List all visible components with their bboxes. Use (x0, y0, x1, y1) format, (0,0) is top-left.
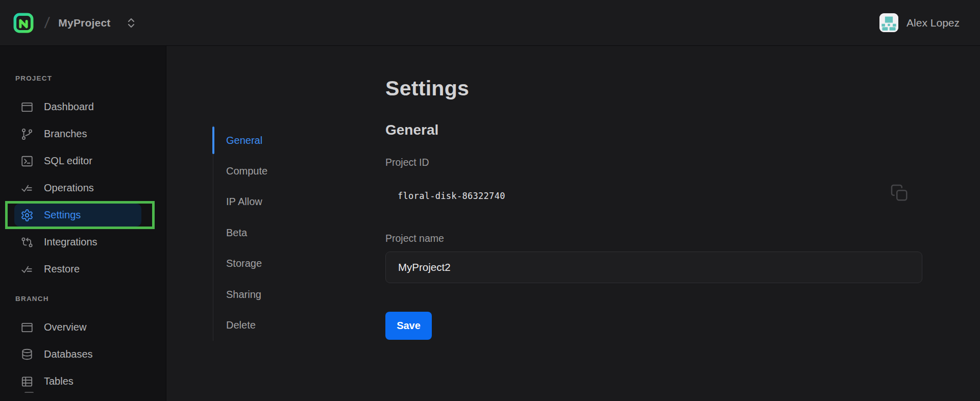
tab-label: Storage (226, 258, 262, 269)
sidebar-item-label: Tables (44, 375, 74, 387)
tab-label: Beta (226, 227, 247, 239)
sidebar-item-databases[interactable]: Databases (5, 341, 155, 368)
sidebar-item-label: Branches (44, 128, 87, 140)
settings-tab-compute[interactable]: Compute (213, 156, 288, 186)
breadcrumb-slash: / (44, 14, 51, 32)
sidebar-item-tables[interactable]: Tables (5, 368, 155, 395)
main-content: General Compute IP Allow Beta Storage Sh… (166, 46, 980, 401)
project-switcher[interactable]: MyProject (58, 16, 136, 30)
breadcrumb-project-name: MyProject (58, 17, 110, 29)
settings-tab-delete[interactable]: Delete (213, 310, 288, 340)
tab-label: Sharing (226, 289, 261, 300)
user-menu[interactable]: Alex Lopez (879, 13, 960, 32)
project-id-value: floral-disk-86322740 (385, 191, 505, 201)
settings-tab-general[interactable]: General (213, 125, 288, 156)
partial-sidebar-item-icon (24, 392, 34, 395)
operations-icon (20, 182, 34, 195)
project-name-label: Project name (385, 233, 922, 244)
save-button[interactable]: Save (385, 312, 432, 340)
top-header: / MyProject Alex Lopez (0, 0, 980, 46)
settings-tab-sharing[interactable]: Sharing (213, 279, 288, 310)
sidebar-item-sql-editor[interactable]: SQL editor (5, 147, 155, 174)
tab-label: Delete (226, 319, 256, 331)
project-id-label: Project ID (385, 157, 922, 168)
tab-label: General (226, 135, 262, 146)
sidebar-section-project: PROJECT (0, 74, 166, 82)
sql-editor-icon (20, 155, 34, 168)
sidebar-section-branch: BRANCH (0, 295, 166, 303)
avatar (879, 13, 898, 32)
project-id-row: floral-disk-86322740 (385, 186, 922, 206)
dashboard-icon (20, 101, 34, 114)
sidebar-item-settings[interactable]: Settings (5, 202, 155, 229)
settings-gear-icon (20, 209, 34, 222)
tables-icon (20, 375, 34, 388)
user-name: Alex Lopez (906, 17, 960, 29)
branches-icon (20, 128, 34, 141)
databases-icon (20, 348, 34, 361)
overview-icon (20, 321, 34, 334)
sidebar-item-label: Databases (44, 348, 93, 360)
sidebar-item-label: Restore (44, 263, 80, 275)
sidebar-item-dashboard[interactable]: Dashboard (5, 93, 155, 120)
project-name-input[interactable] (385, 252, 922, 283)
sidebar-item-branches[interactable]: Branches (5, 120, 155, 147)
chevron-up-down-icon (126, 16, 136, 30)
restore-icon (20, 263, 34, 276)
sidebar-item-restore[interactable]: Restore (5, 256, 155, 283)
copy-icon[interactable] (889, 183, 910, 203)
sidebar-item-label: Overview (44, 321, 86, 333)
sidebar-item-overview[interactable]: Overview (5, 314, 155, 341)
settings-tab-ip-allow[interactable]: IP Allow (213, 187, 288, 217)
sidebar: PROJECT Dashboard Branches (0, 46, 166, 401)
settings-subnav: General Compute IP Allow Beta Storage Sh… (213, 125, 288, 341)
sidebar-item-label: SQL editor (44, 155, 92, 167)
sidebar-item-label: Settings (44, 209, 81, 221)
integrations-icon (20, 236, 34, 249)
sidebar-item-label: Integrations (44, 236, 97, 248)
sidebar-item-label: Operations (44, 182, 94, 194)
neon-logo-icon[interactable] (13, 13, 34, 33)
settings-tab-storage[interactable]: Storage (213, 248, 288, 279)
sidebar-item-integrations[interactable]: Integrations (5, 229, 155, 256)
sidebar-item-operations[interactable]: Operations (5, 174, 155, 202)
section-title-general: General (385, 122, 922, 138)
settings-tab-beta[interactable]: Beta (213, 217, 288, 248)
tab-label: IP Allow (226, 196, 262, 208)
tab-label: Compute (226, 165, 267, 177)
page-title: Settings (385, 77, 922, 101)
sidebar-item-label: Dashboard (44, 101, 94, 113)
